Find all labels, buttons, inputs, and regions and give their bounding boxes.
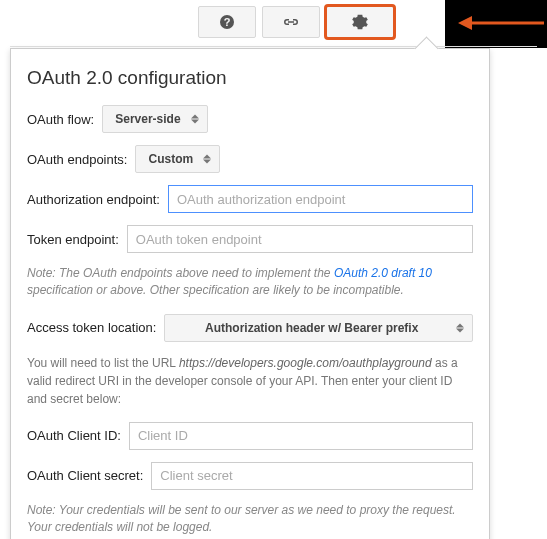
toolbar: ? — [198, 6, 394, 38]
redirect-uri-info: You will need to list the URL https://de… — [27, 354, 473, 408]
credentials-note: Note: Your credentials will be sent to o… — [27, 502, 473, 537]
oauth-draft-link[interactable]: OAuth 2.0 draft 10 — [334, 266, 432, 280]
help-icon: ? — [219, 14, 235, 30]
token-endpoint-label: Token endpoint: — [27, 232, 119, 247]
toolbar-divider — [10, 46, 537, 47]
oauth-config-panel: OAuth 2.0 configuration OAuth flow: Serv… — [10, 48, 490, 539]
oauth-endpoints-label: OAuth endpoints: — [27, 152, 127, 167]
svg-text:?: ? — [224, 16, 231, 28]
gear-icon — [352, 14, 368, 30]
svg-marker-3 — [458, 16, 472, 30]
client-secret-label: OAuth Client secret: — [27, 468, 143, 483]
annotation-arrow — [458, 14, 544, 32]
client-secret-input[interactable] — [151, 462, 473, 490]
select-caret-icon — [456, 323, 464, 332]
token-location-label: Access token location: — [27, 320, 156, 335]
link-button[interactable] — [262, 6, 320, 38]
oauth-flow-select[interactable]: Server-side — [102, 105, 207, 133]
oauth-endpoints-select[interactable]: Custom — [135, 145, 220, 173]
token-endpoint-input[interactable] — [127, 225, 473, 253]
token-location-value: Authorization header w/ Bearer prefix — [205, 321, 418, 335]
oauth-flow-value: Server-side — [115, 112, 180, 126]
auth-endpoint-input[interactable] — [168, 185, 473, 213]
select-caret-icon — [191, 115, 199, 124]
token-location-select[interactable]: Authorization header w/ Bearer prefix — [164, 314, 473, 342]
help-button[interactable]: ? — [198, 6, 256, 38]
settings-button[interactable] — [326, 6, 394, 38]
client-id-label: OAuth Client ID: — [27, 428, 121, 443]
oauth-endpoints-value: Custom — [148, 152, 193, 166]
link-icon — [281, 16, 301, 28]
select-caret-icon — [203, 155, 211, 164]
auth-endpoint-label: Authorization endpoint: — [27, 192, 160, 207]
endpoints-note: Note: The OAuth endpoints above need to … — [27, 265, 473, 300]
client-id-input[interactable] — [129, 422, 473, 450]
panel-title: OAuth 2.0 configuration — [27, 67, 473, 89]
oauth-flow-label: OAuth flow: — [27, 112, 94, 127]
